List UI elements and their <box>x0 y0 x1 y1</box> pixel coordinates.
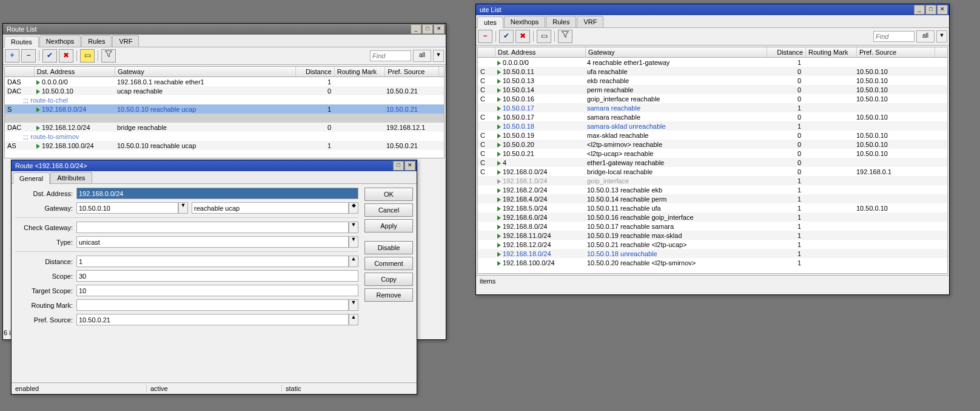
minimize-icon[interactable]: _ <box>914 5 925 15</box>
tab-general[interactable]: General <box>13 172 50 184</box>
ok-button[interactable]: OK <box>364 188 413 201</box>
add-button[interactable]: + <box>5 49 19 63</box>
titlebar[interactable]: ute List _ □ ✕ <box>476 4 949 15</box>
col-pref-source[interactable]: Pref. Source <box>385 67 439 76</box>
table-row[interactable] <box>5 114 444 123</box>
tab-attributes[interactable]: Attributes <box>50 172 92 183</box>
table-row[interactable]: 192.168.11.0/2410.50.0.19 reachable max-… <box>478 231 947 240</box>
col-distance[interactable]: Distance <box>296 67 335 76</box>
comment-button[interactable]: ▭ <box>80 49 95 63</box>
maximize-icon[interactable]: □ <box>925 5 936 15</box>
tab-vrf[interactable]: VRF <box>577 16 603 27</box>
remove-button[interactable]: − <box>21 49 36 63</box>
route-table[interactable]: Dst. Address Gateway Distance Routing Ma… <box>477 47 948 274</box>
table-row[interactable]: 0.0.0.0/04 reachable ether1-gateway1 <box>478 58 947 67</box>
filter-dropdown[interactable]: ▼ <box>433 50 444 62</box>
target-scope-input[interactable] <box>76 285 358 296</box>
filter-button[interactable] <box>558 30 572 43</box>
table-row[interactable]: 192.168.12.0/2410.50.0.21 reachable <l2t… <box>478 240 947 249</box>
cancel-button[interactable]: Cancel <box>364 203 413 217</box>
table-row[interactable]: 10.50.0.18samara-sklad unreachable1 <box>478 121 947 131</box>
tab-vrf[interactable]: VRF <box>112 35 139 47</box>
tab-routes[interactable]: Routes <box>4 36 39 47</box>
dst-address-input[interactable] <box>76 188 358 199</box>
filter-button[interactable] <box>101 49 116 63</box>
table-row[interactable]: C4ether1-gateway reachable0 <box>478 158 947 167</box>
find-input[interactable] <box>873 31 915 42</box>
col-routing-mark[interactable]: Routing Mark <box>806 47 857 57</box>
disable-button[interactable]: Disable <box>364 241 413 254</box>
close-icon[interactable]: ✕ <box>937 5 948 15</box>
table-row[interactable]: AS192.168.100.0/2410.50.0.10 reachable u… <box>5 141 444 150</box>
tab-utes[interactable]: utes <box>477 16 503 28</box>
tab-rules[interactable]: Rules <box>81 35 112 47</box>
table-row[interactable]: C192.168.0.0/24bridge-local reachable019… <box>478 167 947 176</box>
routing-mark-dropdown[interactable]: ▼ <box>349 299 358 311</box>
col-flags[interactable] <box>5 67 35 76</box>
table-row[interactable]: 192.168.100.0/2410.50.0.20 reachable <l2… <box>478 258 947 267</box>
comment-button[interactable]: Comment <box>364 257 413 270</box>
maximize-icon[interactable]: □ <box>393 161 404 171</box>
type-input[interactable] <box>76 236 349 248</box>
col-dst[interactable]: Dst. Address <box>35 67 115 76</box>
routing-mark-input[interactable] <box>76 299 349 311</box>
tab-nexthops[interactable]: Nexthops <box>39 35 81 47</box>
pref-source-dropdown[interactable]: ▲ <box>349 314 358 325</box>
disable-button[interactable]: ✖ <box>515 30 530 43</box>
distance-input[interactable] <box>76 256 349 267</box>
table-row[interactable]: 192.168.8.0/2410.50.0.17 reachable samar… <box>478 222 947 231</box>
distance-up[interactable]: ▲ <box>349 256 358 267</box>
enable-button[interactable]: ✔ <box>42 49 57 63</box>
col-distance[interactable]: Distance <box>767 47 806 57</box>
table-row[interactable]: C10.50.0.19max-sklad reachable010.50.0.1… <box>478 131 947 140</box>
type-dropdown[interactable]: ▼ <box>349 236 358 248</box>
table-row[interactable]: 192.168.18.0/2410.50.0.18 unreachable1 <box>478 249 947 258</box>
apply-button[interactable]: Apply <box>364 219 413 233</box>
gateway-dropdown[interactable]: ▼ <box>178 202 188 214</box>
table-row[interactable]: 192.168.6.0/2410.50.0.16 reachable goip_… <box>478 212 947 222</box>
table-row[interactable]: S192.168.0.0/2410.50.0.10 reachable ucap… <box>5 104 444 114</box>
maximize-icon[interactable]: □ <box>422 24 433 34</box>
comment-button[interactable]: ▭ <box>537 30 551 43</box>
filter-dropdown[interactable]: ▼ <box>936 30 947 42</box>
table-row[interactable]: C10.50.0.11ufa reachable010.50.0.10 <box>478 67 947 76</box>
table-row[interactable]: C10.50.0.16goip_interface reachable010.5… <box>478 94 947 103</box>
col-gateway[interactable]: Gateway <box>586 47 767 57</box>
tab-rules[interactable]: Rules <box>546 16 576 27</box>
table-row[interactable]: DAC192.168.12.0/24bridge reachable0192.1… <box>5 123 444 132</box>
close-icon[interactable]: ✕ <box>404 161 415 171</box>
titlebar[interactable]: Route List _ □ ✕ <box>3 24 446 35</box>
find-input[interactable] <box>370 50 411 61</box>
copy-button[interactable]: Copy <box>364 273 413 286</box>
table-row[interactable]: 192.168.1.0/24goip_interface1 <box>478 176 947 185</box>
table-row[interactable]: C10.50.0.20<l2tp-smirnov> reachable010.5… <box>478 140 947 149</box>
table-row[interactable]: C10.50.0.14perm reachable010.50.0.10 <box>478 85 947 94</box>
table-row[interactable]: C10.50.0.17samara reachable010.50.0.10 <box>478 112 947 121</box>
table-row[interactable]: DAS0.0.0.0/0192.168.0.1 reachable ether1… <box>5 77 444 86</box>
col-flags[interactable] <box>478 47 495 57</box>
table-row[interactable]: 10.50.0.17samara reachable1 <box>478 103 947 112</box>
titlebar[interactable]: Route <192.168.0.0/24> □ ✕ <box>12 160 417 171</box>
tab-nexthops[interactable]: Nexthops <box>504 16 545 27</box>
scope-input[interactable] <box>76 270 358 282</box>
table-row[interactable]: ;;; route-to-smirnov <box>5 132 444 141</box>
remove-button[interactable]: − <box>478 30 492 43</box>
col-gateway[interactable]: Gateway <box>115 67 296 76</box>
table-header[interactable]: Dst. Address Gateway Distance Routing Ma… <box>5 67 444 77</box>
minimize-icon[interactable]: _ <box>411 24 421 34</box>
remove-button[interactable]: Remove <box>364 288 413 302</box>
table-header[interactable]: Dst. Address Gateway Distance Routing Ma… <box>478 47 947 58</box>
route-table[interactable]: Dst. Address Gateway Distance Routing Ma… <box>4 66 445 158</box>
table-row[interactable]: DAC10.50.0.10ucap reachable010.50.0.21 <box>5 86 444 95</box>
table-row[interactable]: 192.168.2.0/2410.50.0.13 reachable ekb1 <box>478 185 947 194</box>
close-icon[interactable]: ✕ <box>434 24 445 34</box>
table-row[interactable]: C10.50.0.13ekb reachable010.50.0.10 <box>478 76 947 85</box>
gateway-input[interactable] <box>76 202 178 214</box>
check-gateway-input[interactable] <box>76 222 349 233</box>
col-routing-mark[interactable]: Routing Mark <box>335 67 386 76</box>
pref-source-input[interactable] <box>76 314 349 325</box>
col-pref-source[interactable]: Pref. Source <box>857 47 935 57</box>
check-gateway-dropdown[interactable]: ▼ <box>349 222 358 233</box>
table-row[interactable]: 192.168.4.0/2410.50.0.14 reachable perm1 <box>478 194 947 203</box>
table-row[interactable]: C10.50.0.21<l2tp-ucap> reachable010.50.0… <box>478 149 947 158</box>
